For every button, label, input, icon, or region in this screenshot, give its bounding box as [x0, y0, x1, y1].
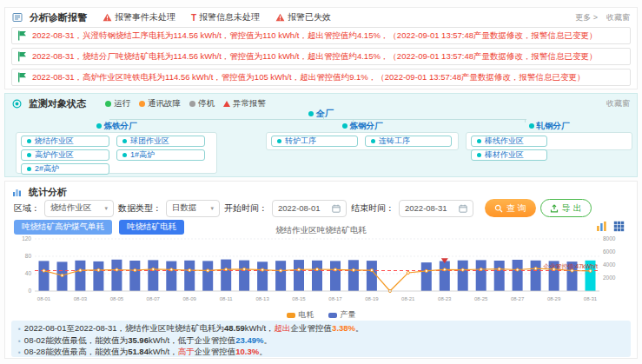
line-point[interactable]: [116, 268, 118, 271]
alarm-row[interactable]: 2022-08-31，兴澄特钢烧结工序电耗为114.56 kWh/t，管控值为1…: [11, 27, 631, 44]
production-bar[interactable]: [421, 262, 432, 291]
production-bar[interactable]: [202, 261, 213, 291]
line-marker-icon: [287, 313, 295, 318]
query-label: 查 询: [506, 202, 526, 215]
line-point[interactable]: [170, 268, 173, 271]
monitor-node[interactable]: 高炉作业区: [21, 149, 109, 161]
line-point[interactable]: [352, 268, 354, 271]
status-dot-icon: [96, 123, 102, 129]
production-bar[interactable]: [166, 261, 176, 291]
production-bar[interactable]: [148, 260, 158, 291]
legend-consumption[interactable]: 电耗: [287, 309, 314, 321]
production-bar[interactable]: [111, 260, 122, 291]
line-point[interactable]: [370, 269, 373, 272]
more-link[interactable]: 更多 >: [575, 12, 598, 23]
line-point[interactable]: [61, 274, 63, 276]
region-select[interactable]: 烧结作业区 ▾: [44, 200, 114, 217]
production-bar[interactable]: [221, 260, 231, 291]
export-button[interactable]: 导 出: [540, 199, 592, 217]
line-point[interactable]: [571, 269, 573, 272]
production-bar[interactable]: [312, 261, 322, 291]
monitor-node[interactable]: 棒线作业区: [471, 136, 547, 147]
production-bar[interactable]: [476, 260, 486, 291]
production-bar[interactable]: [294, 260, 304, 291]
production-bar[interactable]: [129, 261, 140, 291]
x-axis-label: 08-29: [547, 296, 561, 301]
x-axis-label: 08-17: [328, 296, 342, 301]
production-bar[interactable]: [513, 260, 523, 291]
line-point[interactable]: [97, 268, 100, 271]
production-bar[interactable]: [458, 261, 468, 291]
line-point[interactable]: [516, 268, 519, 271]
monitor-node[interactable]: 连铸工序: [365, 136, 452, 147]
production-bar[interactable]: [330, 261, 341, 291]
line-point[interactable]: [297, 268, 300, 271]
line-point[interactable]: [553, 268, 555, 270]
line-point[interactable]: [134, 268, 136, 271]
legend-production[interactable]: 产量: [328, 309, 356, 321]
line-point[interactable]: [334, 268, 336, 271]
group-steelmaking[interactable]: 炼钢分厂: [266, 121, 459, 131]
line-point[interactable]: [480, 268, 482, 270]
tab-alarm-events-pending[interactable]: 报警事件未处理: [103, 11, 175, 23]
production-bar[interactable]: [494, 261, 505, 291]
tab-alarm-info-pending[interactable]: T 报警信息未处理: [191, 11, 260, 23]
line-point[interactable]: [425, 269, 427, 272]
monitor-node[interactable]: 棒材作业区: [471, 149, 547, 161]
production-bar[interactable]: [75, 261, 85, 291]
production-bar[interactable]: [531, 261, 541, 291]
monitor-node[interactable]: 2#高炉: [21, 163, 109, 175]
stats-panel: 统计分析 区域： 烧结作业区 ▾ 数据类型： 日数据 ▾ 开始时间： 2022-…: [4, 181, 638, 359]
tab-alarm-expired[interactable]: 报警已失效: [275, 11, 331, 23]
summary-segment: 35.96: [128, 335, 149, 345]
line-point[interactable]: [534, 268, 537, 270]
line-point[interactable]: [207, 269, 209, 272]
end-date-input[interactable]: 2022-08-31: [399, 200, 473, 217]
start-date-input[interactable]: 2022-08-01: [272, 200, 347, 217]
alarm-row[interactable]: 2022-08-31，烧结分厂吨烧结矿电耗为114.56 kWh/t，管控值为1…: [11, 48, 631, 65]
production-bar[interactable]: [184, 261, 195, 291]
production-bar[interactable]: [348, 260, 359, 291]
line-point[interactable]: [315, 268, 318, 270]
monitor-node[interactable]: 烧结作业区: [21, 136, 109, 147]
monitor-node[interactable]: 转炉工序: [271, 136, 358, 147]
datatype-value: 日数据: [172, 202, 197, 214]
datatype-select[interactable]: 日数据 ▾: [166, 200, 220, 217]
summary-segment: 08-28能效值最高，能效值为: [24, 347, 128, 356]
node-label: 全厂: [316, 109, 334, 118]
end-date-value: 2022-08-31: [405, 203, 447, 213]
line-point[interactable]: [461, 268, 464, 271]
line-point[interactable]: [79, 269, 82, 272]
summary-segment: 企业管控值: [291, 323, 333, 333]
production-bar[interactable]: [39, 261, 50, 291]
line-point[interactable]: [407, 271, 409, 274]
line-point[interactable]: [589, 269, 592, 272]
line-point[interactable]: [261, 268, 264, 271]
line-point[interactable]: [152, 268, 155, 270]
line-point[interactable]: [225, 268, 228, 271]
production-bar[interactable]: [257, 261, 268, 291]
monitor-node-root[interactable]: 全厂: [5, 108, 637, 120]
monitor-node[interactable]: 球团作业区: [116, 136, 205, 147]
line-point[interactable]: [498, 268, 500, 270]
production-bar[interactable]: [275, 261, 286, 291]
production-bar[interactable]: [93, 261, 103, 291]
query-button[interactable]: 查 询: [485, 199, 536, 217]
favorite-link[interactable]: 收藏窗: [606, 12, 630, 23]
production-bar[interactable]: [367, 261, 377, 291]
monitor-node[interactable]: 1#高炉: [116, 149, 205, 161]
group-ironmaking[interactable]: 炼铁分厂: [16, 121, 217, 131]
production-bar[interactable]: [440, 261, 450, 292]
line-point[interactable]: [43, 269, 45, 272]
line-point[interactable]: [243, 268, 246, 270]
line-point[interactable]: [189, 268, 191, 271]
alarm-row[interactable]: 2022-08-31，高炉作业区吨铁电耗为114.56 kWh/t，管控值为10…: [11, 69, 631, 86]
summary-line: ▪08-28能效值最高，能效值为51.84kWh/t，高于企业管控值10.3%。: [18, 347, 624, 357]
group-rolling[interactable]: 轧钢分厂: [466, 121, 632, 131]
bar-marker-icon: [328, 313, 337, 318]
line-point[interactable]: [443, 268, 446, 271]
alarm-triangle-icon: [223, 101, 230, 107]
line-point[interactable]: [280, 269, 282, 272]
warning-triangle-icon: [275, 13, 285, 22]
production-bar[interactable]: [239, 261, 249, 291]
